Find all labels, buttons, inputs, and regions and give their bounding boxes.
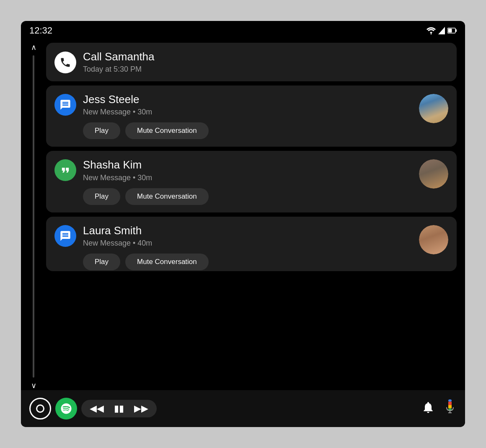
laura-smith-play-button[interactable]: Play (83, 254, 120, 270)
pause-button[interactable]: ▮▮ (114, 403, 124, 414)
spotify-button[interactable] (55, 398, 77, 420)
scroll-down-arrow[interactable]: ∨ (31, 381, 36, 390)
shasha-kim-avatar (419, 159, 448, 189)
bottom-bar: ◀◀ ▮▮ ▶▶ (21, 390, 465, 427)
shasha-kim-content: Shasha Kim New Message • 30m Play Mute C… (83, 158, 448, 205)
call-samantha-content: Call Samantha Today at 5:30 PM (83, 50, 448, 74)
laura-smith-actions: Play Mute Conversation (83, 254, 448, 270)
message-icon (59, 99, 71, 111)
call-samantha-icon (54, 52, 76, 73)
phone-icon (59, 57, 71, 68)
signal-icon (438, 27, 445, 34)
laura-smith-subtitle: New Message • 40m (83, 239, 448, 248)
shasha-kim-icon (54, 159, 76, 181)
svg-rect-3 (455, 29, 457, 32)
svg-rect-4 (448, 29, 452, 33)
shasha-kim-subtitle: New Message • 30m (83, 174, 448, 182)
home-button-inner (36, 404, 44, 413)
status-time: 12:32 (29, 25, 52, 36)
bell-button[interactable] (421, 401, 435, 417)
shasha-kim-play-button[interactable]: Play (83, 188, 120, 205)
laura-smith-icon (54, 225, 76, 247)
call-samantha-title: Call Samantha (83, 50, 448, 63)
mic-icon (443, 399, 457, 416)
svg-rect-6 (448, 401, 452, 405)
jess-steele-play-button[interactable]: Play (83, 122, 120, 139)
bottom-right (421, 399, 457, 418)
notification-card-laura-smith[interactable]: Laura Smith New Message • 40m Play Mute … (46, 217, 457, 271)
jess-steele-actions: Play Mute Conversation (83, 122, 448, 139)
wifi-icon (427, 27, 436, 34)
laura-smith-mute-button[interactable]: Mute Conversation (125, 254, 209, 270)
mic-button[interactable] (443, 399, 457, 418)
svg-marker-1 (438, 27, 445, 34)
jess-steele-content: Jess Steele New Message • 30m Play Mute … (83, 93, 448, 139)
shasha-kim-mute-button[interactable]: Mute Conversation (125, 188, 209, 205)
spotify-icon (60, 402, 72, 415)
shasha-kim-title: Shasha Kim (83, 158, 448, 171)
prev-button[interactable]: ◀◀ (90, 403, 104, 414)
jess-steele-mute-button[interactable]: Mute Conversation (125, 122, 209, 139)
quote-icon (59, 164, 71, 176)
status-icons (427, 27, 457, 34)
jess-steele-avatar (419, 94, 448, 123)
svg-rect-7 (448, 405, 452, 408)
notification-card-call-samantha[interactable]: Call Samantha Today at 5:30 PM (46, 43, 457, 81)
message-icon-2 (59, 230, 71, 242)
shasha-kim-actions: Play Mute Conversation (83, 188, 448, 205)
notifications-list: Call Samantha Today at 5:30 PM Jess Stee… (46, 39, 465, 390)
home-button[interactable] (29, 398, 51, 420)
scroll-indicator: ∧ ∨ (21, 39, 46, 390)
notification-card-shasha-kim[interactable]: Shasha Kim New Message • 30m Play Mute C… (46, 151, 457, 212)
jess-steele-icon (54, 94, 76, 116)
bell-icon (421, 401, 435, 414)
call-samantha-subtitle: Today at 5:30 PM (83, 65, 448, 74)
notification-card-jess-steele[interactable]: Jess Steele New Message • 30m Play Mute … (46, 85, 457, 147)
jess-steele-title: Jess Steele (83, 93, 448, 106)
main-area: ∧ ∨ Call Samantha Today at 5:30 PM (21, 39, 465, 390)
svg-point-0 (431, 34, 432, 35)
svg-rect-5 (448, 399, 452, 401)
media-controls: ◀◀ ▮▮ ▶▶ (81, 400, 157, 417)
battery-icon (447, 27, 457, 34)
laura-smith-title: Laura Smith (83, 224, 448, 237)
scroll-track (33, 55, 34, 378)
status-bar: 12:32 (21, 21, 465, 39)
next-button[interactable]: ▶▶ (134, 403, 148, 414)
laura-smith-content: Laura Smith New Message • 40m Play Mute … (83, 224, 448, 270)
jess-steele-subtitle: New Message • 30m (83, 108, 448, 117)
scroll-up-arrow[interactable]: ∧ (31, 43, 36, 52)
laura-smith-avatar (419, 225, 448, 254)
device-frame: 12:32 ∧ ∨ (21, 21, 465, 427)
